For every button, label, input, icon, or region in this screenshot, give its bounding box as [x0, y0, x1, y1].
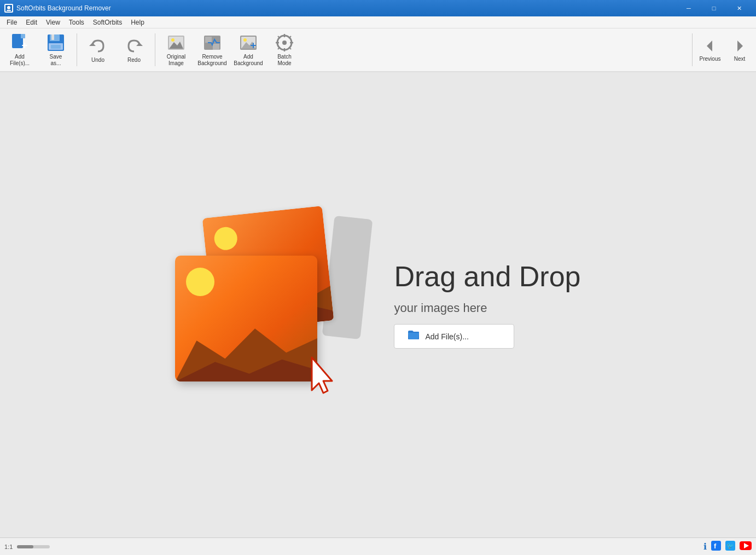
toolbar: AddFile(s)... Saveas... Undo — [0, 28, 756, 72]
svg-marker-42 — [312, 357, 332, 393]
previous-arrow-icon — [702, 38, 718, 54]
menu-tools[interactable]: Tools — [65, 18, 89, 27]
front-image — [175, 256, 317, 381]
app-title: SoftOrbits Background Remover — [16, 4, 676, 12]
undo-icon — [88, 36, 108, 56]
drop-text-area: Drag and Drop your images here Add File(… — [394, 261, 580, 349]
next-label: Next — [734, 56, 746, 62]
redo-label: Redo — [127, 57, 141, 63]
previous-label: Previous — [700, 56, 721, 62]
original-image-icon — [166, 33, 186, 53]
svg-rect-5 — [21, 34, 25, 38]
save-as-label: Saveas... — [50, 54, 62, 67]
svg-marker-14 — [136, 43, 143, 46]
redo-icon — [124, 36, 144, 56]
svg-rect-20 — [205, 37, 212, 43]
window-controls: ─ □ ✕ — [676, 0, 752, 16]
youtube-icon[interactable] — [740, 541, 752, 552]
add-background-icon — [239, 33, 258, 53]
add-files-label: Add File(s)... — [425, 332, 468, 341]
svg-marker-41 — [737, 41, 743, 51]
next-button[interactable]: Next — [725, 30, 754, 70]
info-icon[interactable]: ℹ — [703, 541, 707, 552]
undo-label: Undo — [91, 57, 104, 63]
bg-card — [322, 216, 373, 339]
save-icon — [46, 33, 66, 53]
add-file-button[interactable]: AddFile(s)... — [2, 30, 37, 70]
status-bar: 1:1 ℹ f 🐦 — [0, 537, 756, 555]
batch-mode-label: BatchMode — [277, 54, 292, 67]
drag-drop-title: Drag and Drop — [394, 261, 580, 292]
save-as-button[interactable]: Saveas... — [38, 30, 73, 70]
svg-text:f: f — [714, 542, 717, 550]
menu-file[interactable]: File — [2, 18, 21, 27]
close-button[interactable]: ✕ — [726, 0, 752, 16]
remove-background-label: RemoveBackground — [197, 54, 226, 67]
add-files-button[interactable]: Add File(s)... — [394, 324, 514, 349]
menu-bar: File Edit View Tools SoftOrbits Help — [0, 16, 756, 28]
svg-rect-23 — [213, 44, 219, 50]
status-social: ℹ f 🐦 — [703, 541, 752, 553]
next-arrow-icon — [731, 38, 748, 54]
minimize-button[interactable]: ─ — [676, 0, 701, 16]
separator-2 — [155, 33, 155, 66]
add-file-label: AddFile(s)... — [10, 54, 30, 67]
batch-mode-icon — [275, 33, 294, 53]
svg-rect-12 — [51, 45, 61, 49]
cursor-icon — [309, 355, 339, 398]
status-zoom: 1:1 — [4, 544, 50, 550]
previous-button[interactable]: Previous — [696, 30, 724, 70]
drop-area: Drag and Drop your images here Add File(… — [175, 206, 580, 403]
facebook-icon[interactable]: f — [711, 541, 721, 553]
add-background-button[interactable]: AddBackground — [231, 30, 266, 70]
main-canvas[interactable]: Drag and Drop your images here Add File(… — [0, 72, 756, 537]
svg-point-1 — [7, 6, 10, 9]
original-image-label: OriginalImage — [167, 54, 185, 67]
menu-edit[interactable]: Edit — [21, 18, 42, 27]
menu-softorbits[interactable]: SoftOrbits — [89, 18, 126, 27]
app-icon — [4, 4, 13, 13]
svg-point-17 — [171, 38, 175, 42]
separator-1 — [77, 33, 77, 66]
svg-rect-10 — [51, 34, 54, 40]
svg-rect-2 — [7, 10, 11, 11]
svg-marker-40 — [707, 41, 712, 51]
svg-rect-22 — [205, 44, 212, 50]
maximize-button[interactable]: □ — [701, 0, 726, 16]
svg-rect-7 — [24, 43, 25, 48]
undo-button[interactable]: Undo — [80, 30, 115, 70]
add-background-label: AddBackground — [234, 54, 263, 67]
svg-rect-9 — [50, 34, 60, 41]
menu-view[interactable]: View — [42, 18, 65, 27]
redo-button[interactable]: Redo — [117, 30, 152, 70]
batch-mode-button[interactable]: BatchMode — [267, 30, 302, 70]
original-image-button[interactable]: OriginalImage — [159, 30, 194, 70]
svg-text:🐦: 🐦 — [726, 542, 734, 550]
remove-background-button[interactable]: RemoveBackground — [195, 30, 230, 70]
image-illustration — [175, 206, 361, 403]
svg-point-26 — [243, 38, 247, 42]
add-file-icon — [10, 33, 30, 53]
folder-icon — [408, 330, 420, 343]
remove-background-icon — [202, 33, 222, 53]
svg-point-31 — [282, 41, 287, 45]
drag-drop-subtitle: your images here — [394, 301, 487, 315]
zoom-slider[interactable] — [17, 545, 50, 548]
svg-marker-13 — [89, 43, 96, 46]
twitter-icon[interactable]: 🐦 — [725, 541, 735, 553]
zoom-level: 1:1 — [4, 544, 13, 550]
svg-rect-29 — [253, 43, 254, 48]
title-bar: SoftOrbits Background Remover ─ □ ✕ — [0, 0, 756, 16]
menu-help[interactable]: Help — [126, 18, 149, 27]
separator-nav — [692, 33, 693, 66]
